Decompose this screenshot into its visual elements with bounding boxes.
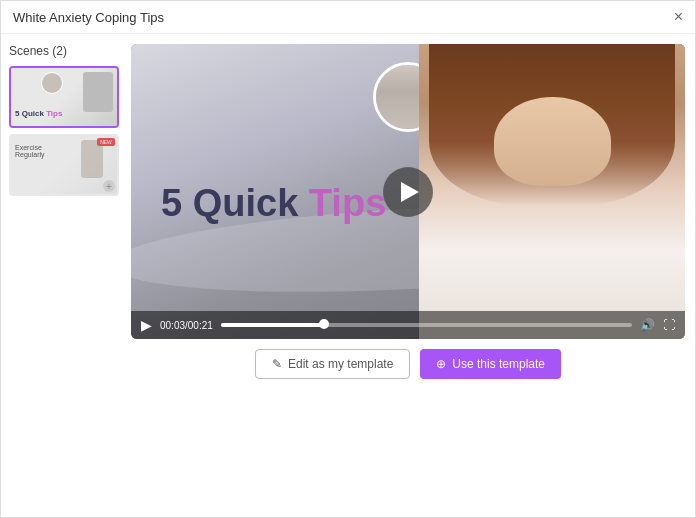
scenes-sidebar: Scenes (2) 5 Quick Tips ExerciseRegularl… <box>1 34 131 516</box>
scene-thumbnail-1: 5 Quick Tips <box>11 68 117 126</box>
scene-thumbnail-2: ExerciseRegularly + NEW <box>11 136 117 194</box>
scene-label-1: 5 Quick Tips <box>15 109 62 118</box>
edit-label: Edit as my template <box>288 357 393 371</box>
modal-title: White Anxiety Coping Tips <box>13 10 164 25</box>
progress-dot <box>319 319 329 329</box>
video-controls: ▶ 00:03/00:21 🔊 ⛶ <box>131 311 685 339</box>
scene-portrait-1 <box>41 72 63 94</box>
time-display: 00:03/00:21 <box>160 320 213 331</box>
video-background: 5 Quick Tips <box>131 44 685 339</box>
time-current: 00:03 <box>160 320 185 331</box>
edit-template-button[interactable]: ✎ Edit as my template <box>255 349 410 379</box>
scene-item-2[interactable]: ExerciseRegularly + NEW <box>9 134 119 196</box>
use-template-button[interactable]: ⊕ Use this template <box>420 349 561 379</box>
edit-icon: ✎ <box>272 357 282 371</box>
video-title: 5 Quick Tips <box>161 184 386 222</box>
main-content: 5 Quick Tips <box>131 34 695 516</box>
volume-button[interactable]: 🔊 <box>640 318 655 332</box>
person-face <box>494 97 611 186</box>
control-play-button[interactable]: ▶ <box>141 317 152 333</box>
modal-body: Scenes (2) 5 Quick Tips ExerciseRegularl… <box>1 34 695 516</box>
time-total: 00:21 <box>188 320 213 331</box>
use-label: Use this template <box>452 357 545 371</box>
person-body <box>419 44 685 339</box>
scene-badge-2: NEW <box>97 138 115 146</box>
scene-label-2: ExerciseRegularly <box>15 144 45 158</box>
scene-item-1[interactable]: 5 Quick Tips <box>9 66 119 128</box>
use-icon: ⊕ <box>436 357 446 371</box>
video-title-quick: 5 Quick Tips <box>161 184 386 222</box>
action-buttons: ✎ Edit as my template ⊕ Use this templat… <box>131 339 685 387</box>
video-player[interactable]: 5 Quick Tips <box>131 44 685 339</box>
fullscreen-button[interactable]: ⛶ <box>663 318 675 332</box>
scenes-label: Scenes (2) <box>9 44 123 58</box>
progress-bar[interactable] <box>221 323 632 327</box>
progress-fill <box>221 323 324 327</box>
video-title-tips: Tips <box>309 182 386 224</box>
scene-person-1 <box>83 72 113 112</box>
video-person-right <box>419 44 685 339</box>
close-button[interactable]: × <box>674 9 683 25</box>
play-icon <box>401 182 419 202</box>
play-button[interactable] <box>383 167 433 217</box>
modal-header: White Anxiety Coping Tips × <box>1 1 695 34</box>
